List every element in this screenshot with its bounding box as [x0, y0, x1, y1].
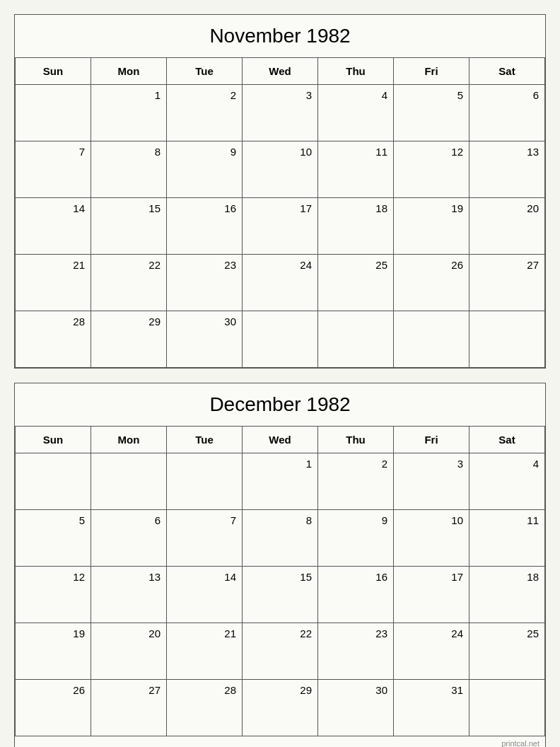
table-row: 15 [91, 198, 167, 255]
table-row: 6 [91, 510, 167, 567]
table-row: 1 [91, 85, 167, 141]
table-row: 17 [394, 567, 469, 623]
table-row: 4 [469, 453, 545, 510]
table-row: 8 [243, 510, 318, 567]
watermark: printcal.net [15, 736, 545, 747]
table-row: 1 [243, 453, 318, 510]
table-row: 12 [394, 141, 469, 198]
table-row: 4 [318, 85, 394, 141]
table-row [16, 85, 91, 141]
table-row: 28 [167, 680, 243, 736]
header-fri: Fri [394, 58, 469, 85]
table-row: 10 [243, 141, 318, 198]
december-grid: Sun Mon Tue Wed Thu Fri Sat 1 2 3 4 5 6 … [15, 427, 545, 736]
table-row: 15 [243, 567, 318, 623]
table-row [167, 453, 243, 510]
table-row: 14 [16, 198, 91, 255]
table-row: 18 [318, 198, 394, 255]
table-row: 7 [16, 141, 91, 198]
table-row: 5 [394, 85, 469, 141]
table-row: 31 [394, 680, 469, 736]
table-row: 22 [243, 623, 318, 680]
table-row: 21 [16, 255, 91, 311]
table-row: 29 [91, 311, 167, 368]
table-row: 24 [243, 255, 318, 311]
table-row: 29 [243, 680, 318, 736]
table-row: 27 [91, 680, 167, 736]
table-row [243, 311, 318, 368]
table-row: 3 [243, 85, 318, 141]
table-row: 19 [16, 623, 91, 680]
table-row: 2 [318, 453, 394, 510]
header-tue: Tue [167, 58, 243, 85]
table-row [16, 453, 91, 510]
dec-header-tue: Tue [167, 427, 243, 453]
table-row: 17 [243, 198, 318, 255]
dec-header-sun: Sun [16, 427, 91, 453]
table-row: 18 [469, 567, 545, 623]
dec-header-mon: Mon [91, 427, 167, 453]
table-row: 16 [318, 567, 394, 623]
table-row: 25 [318, 255, 394, 311]
table-row [394, 311, 469, 368]
table-row: 6 [469, 85, 545, 141]
table-row: 13 [469, 141, 545, 198]
table-row: 20 [91, 623, 167, 680]
dec-header-fri: Fri [394, 427, 469, 453]
table-row: 30 [167, 311, 243, 368]
table-row: 10 [394, 510, 469, 567]
table-row: 22 [91, 255, 167, 311]
table-row: 25 [469, 623, 545, 680]
table-row: 23 [167, 255, 243, 311]
table-row: 2 [167, 85, 243, 141]
table-row: 24 [394, 623, 469, 680]
dec-header-thu: Thu [318, 427, 394, 453]
table-row: 9 [318, 510, 394, 567]
november-grid: Sun Mon Tue Wed Thu Fri Sat 1 2 3 4 5 6 … [15, 58, 545, 368]
table-row [91, 453, 167, 510]
table-row: 28 [16, 311, 91, 368]
table-row [318, 311, 394, 368]
header-sun: Sun [16, 58, 91, 85]
header-sat: Sat [469, 58, 545, 85]
header-wed: Wed [243, 58, 318, 85]
table-row: 9 [167, 141, 243, 198]
table-row [469, 680, 545, 736]
table-row: 26 [394, 255, 469, 311]
table-row: 19 [394, 198, 469, 255]
dec-header-sat: Sat [469, 427, 545, 453]
table-row: 11 [469, 510, 545, 567]
table-row: 5 [16, 510, 91, 567]
dec-header-wed: Wed [243, 427, 318, 453]
november-title: November 1982 [15, 15, 545, 58]
table-row: 30 [318, 680, 394, 736]
december-calendar: December 1982 Sun Mon Tue Wed Thu Fri Sa… [14, 383, 546, 747]
header-mon: Mon [91, 58, 167, 85]
table-row: 12 [16, 567, 91, 623]
table-row: 7 [167, 510, 243, 567]
table-row: 20 [469, 198, 545, 255]
table-row: 21 [167, 623, 243, 680]
table-row: 23 [318, 623, 394, 680]
november-calendar: November 1982 Sun Mon Tue Wed Thu Fri Sa… [14, 14, 546, 369]
table-row: 11 [318, 141, 394, 198]
table-row: 14 [167, 567, 243, 623]
table-row: 16 [167, 198, 243, 255]
table-row: 26 [16, 680, 91, 736]
december-title: December 1982 [15, 383, 545, 427]
table-row: 13 [91, 567, 167, 623]
table-row: 27 [469, 255, 545, 311]
table-row: 3 [394, 453, 469, 510]
table-row: 8 [91, 141, 167, 198]
page-container: November 1982 Sun Mon Tue Wed Thu Fri Sa… [14, 14, 546, 747]
header-thu: Thu [318, 58, 394, 85]
table-row [469, 311, 545, 368]
